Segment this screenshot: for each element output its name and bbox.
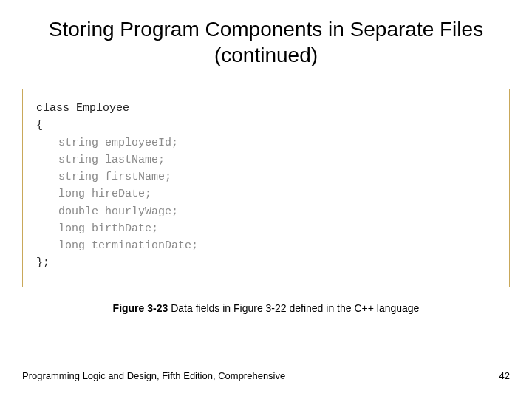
code-line-close: }; [36, 254, 496, 271]
code-line-open-brace: { [36, 117, 496, 134]
figure-caption: Figure 3-23 Data fields in Figure 3-22 d… [0, 302, 532, 314]
footer-page-number: 42 [499, 370, 510, 381]
figure-caption-text: Data fields in Figure 3-22 defined in th… [168, 302, 419, 314]
code-field: long terminationDate; [36, 237, 496, 254]
figure-number: Figure 3-23 [113, 302, 168, 314]
footer-book-title: Programming Logic and Design, Fifth Edit… [22, 370, 285, 381]
code-field: double hourlyWage; [36, 203, 496, 220]
code-field: long hireDate; [36, 185, 496, 202]
code-line-class: class Employee [36, 100, 496, 117]
slide-footer: Programming Logic and Design, Fifth Edit… [22, 370, 510, 381]
code-field: string employeeId; [36, 134, 496, 151]
slide-title: Storing Program Components in Separate F… [0, 0, 532, 68]
code-field: long birthDate; [36, 220, 496, 237]
code-field: string lastName; [36, 151, 496, 168]
code-field: string firstName; [36, 168, 496, 185]
code-figure-box: class Employee { string employeeId; stri… [22, 89, 510, 287]
